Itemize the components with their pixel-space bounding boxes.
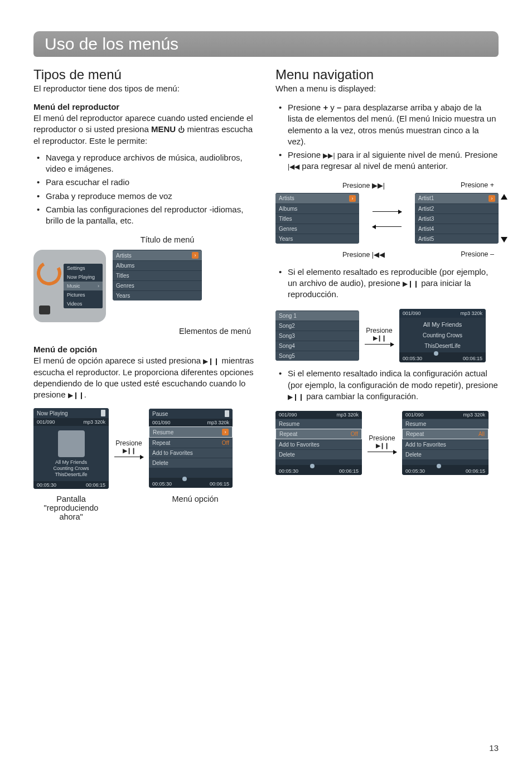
fig-song-play: Song 1 Song2 Song3 Song4 Song5 Presione … [275,309,499,362]
list-row: Song2 [275,321,359,331]
list-row: Song4 [275,341,359,351]
chevron-right-icon: › [222,429,229,435]
play-pause-icon: ▶❙❙ [68,391,84,399]
option-menu-para: El menú de opción aparece si usted presi… [33,355,257,400]
power-icon: ⏻ [178,126,185,134]
headphones-icon [37,261,61,285]
track-counter: 001/090 [403,311,421,316]
np-caption: Pantalla "reproduciendo ahora" [33,494,109,521]
left-column: Tipos de menú El reproductor tiene dos t… [33,67,257,521]
list-row: Genres [113,280,202,290]
list-row: Genres [275,224,359,234]
list-row: Albums [275,203,359,214]
label-press-fwd: Presione ▶▶| [342,181,385,190]
triangle-down-icon [501,237,507,243]
time-elapsed: 00:05:30 [37,482,56,488]
track-line: Counting Crows [36,466,107,472]
fig-repeat-toggle: 001/090mp3 320k Resume RepeatOff Add to … [275,411,499,475]
opt-row: Delete [275,449,362,459]
label-press-plus: Presione + [461,181,494,190]
nav-bullets-2: Si el elemento resaltado es reproducible… [275,266,499,300]
song-list: Song 1 Song2 Song3 Song4 Song5 [275,311,359,361]
menu-word: MENU [151,124,176,134]
nav-bullet-4: Si el elemento resaltado indica la confi… [275,368,499,402]
list-row: Song5 [275,351,359,361]
camera-icon [39,306,50,314]
triangle-up-icon [501,194,507,200]
page-title-bar: Uso de los menús [33,31,499,57]
press-label: Presione ▶❙❙ [365,327,394,345]
press-label: Presione ▶❙❙ [114,439,143,457]
list-row: Song3 [275,331,359,341]
list-row: Albums [113,260,202,270]
opt-row-selected: RepeatAll [402,429,489,439]
bitrate: mp3 320k [83,419,105,425]
nav-bullet-2: Presione ▶▶| para ir al siguiente nivel … [275,149,499,172]
options-after: 001/090mp3 320k Resume RepeatAll Add to … [402,411,489,475]
chevron-right-icon: › [489,195,495,202]
opt-row: RepeatOff [149,438,233,448]
player-menu-para: El menú del reproductor aparece cuando u… [33,113,257,147]
battery-icon [225,410,229,417]
list-row: Titles [113,270,202,280]
label-press-minus: Presione – [461,250,494,259]
option-menu-screen: Pause 001/090mp3 320k Resume› RepeatOff … [149,409,233,488]
opt-row-selected: RepeatOff [275,429,362,439]
album-art-placeholder [58,430,85,457]
play-pause-icon: ▶❙❙ [367,442,396,449]
track-line: All My Friends [36,459,107,466]
list-row: Years [113,290,202,300]
opt-row-selected: Resume› [149,426,233,438]
opt-row: Delete [402,449,489,459]
section-tipos: Tipos de menú [33,67,257,83]
np-line: Counting Crows [399,331,486,342]
device-row: Now Playing [64,273,103,282]
fig-option-menu: Now Playing 001/090mp3 320k All My Frien… [33,408,257,488]
track-line: ThisDesertLife [36,472,107,478]
play-pause-icon: ▶❙❙ [203,357,219,365]
tipos-lead: El reproductor tiene dos tipos de menú: [33,84,257,93]
skip-back-icon: |◀◀ [288,163,299,171]
list-row: Titles [275,214,359,224]
time-total: 00:06:15 [463,356,482,361]
nav-bullet-3: Si el elemento resaltado es reproducible… [275,266,499,300]
device-row: Pictures [64,290,103,299]
opt-row: Resume [275,419,362,429]
now-playing-screen: Now Playing 001/090mp3 320k All My Frien… [33,408,109,488]
category-list: Artists› Albums Titles Genres Years [113,250,202,300]
nav-list-left: Artists› Albums Titles Genres Years [275,193,359,244]
time-elapsed: 00:05:30 [403,356,422,361]
np-line: All My Friends [399,318,486,331]
nav-bullets: Presione + y – para desplazarse arriba y… [275,102,499,172]
now-playing-large: 001/090mp3 320k All My Friends Counting … [399,309,486,362]
player-menu-heading: Menú del reproductor [33,102,257,111]
nav-bullet-1: Presione + y – para desplazarse arriba y… [275,102,499,147]
device-mock: Settings Now Playing Music› Pictures Vid… [33,250,106,322]
chevron-right-icon: › [192,252,199,259]
page-number: 13 [489,743,499,753]
np-header: Now Playing [37,410,68,416]
pm-b3: Graba y reproduce memos de voz [33,191,257,202]
label-press-back: Presione |◀◀ [342,250,385,259]
opt-row: Add to Favorites [402,439,489,449]
np-line: ThisDesertLife [399,342,486,352]
nav-bullets-3: Si el elemento resaltado indica la confi… [275,368,499,402]
chevron-right-icon: › [98,283,99,289]
fig-nav-levels: Artists› Albums Titles Genres Years Arti… [275,193,499,244]
list-row: Artist2 [415,203,499,214]
battery-icon [101,410,105,416]
list-row-selected: Artist1› [415,193,499,203]
device-row: Videos [64,299,103,308]
list-row-selected: Song 1 [275,311,359,321]
opt-row: Resume [402,419,489,429]
page-title: Uso de los menús [45,35,487,54]
nav-list-right: Artist1› Artist2 Artist3 Artist4 Artist5 [415,193,499,244]
navfig-bot-labels: Presione |◀◀ Presione – [275,250,499,259]
chevron-right-icon: › [349,195,356,202]
press-label: Presione ▶❙❙ [367,434,396,452]
play-pause-icon: ▶❙❙ [365,334,394,342]
pause-hdr: Pause [152,411,168,417]
navfig-top-labels: Presione ▶▶| Presione + [275,181,499,190]
arrow-right-icon [373,211,402,212]
device-row: Settings [64,264,103,273]
